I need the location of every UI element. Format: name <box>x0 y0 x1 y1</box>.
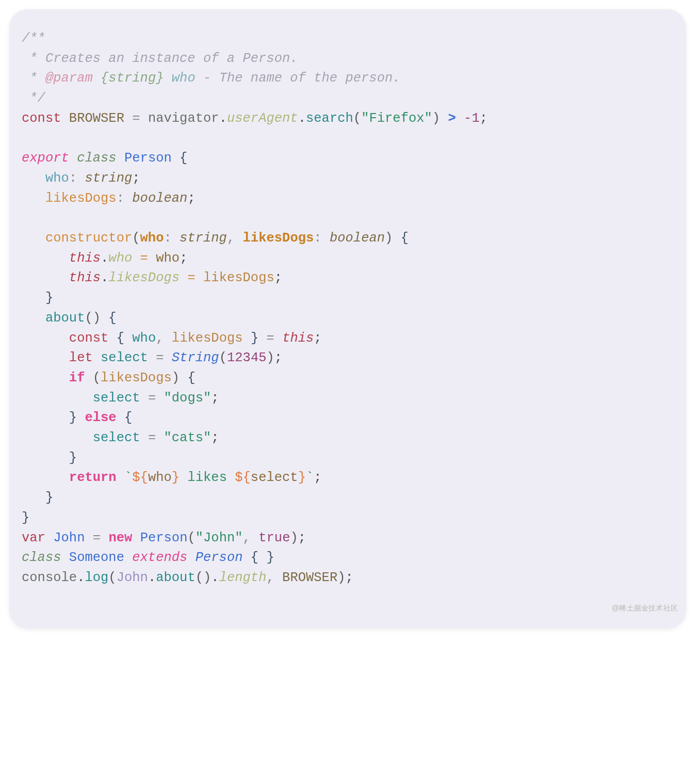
brace: } <box>69 451 77 465</box>
indent <box>22 171 45 186</box>
brace: { <box>251 550 258 565</box>
space <box>164 331 172 346</box>
keyword-return: return <box>69 470 117 485</box>
comma: , <box>266 570 274 585</box>
keyword-new: new <box>108 531 132 545</box>
const-name: BROWSER <box>69 111 124 126</box>
brace: } <box>266 550 274 565</box>
semicolon: ; <box>314 470 321 485</box>
keyword-const: const <box>69 331 109 346</box>
indent <box>22 410 69 425</box>
type: string <box>85 171 132 186</box>
brace: { <box>108 311 116 326</box>
space <box>258 331 266 346</box>
comma: , <box>156 331 164 346</box>
indent <box>22 391 93 406</box>
equals: = <box>156 350 164 365</box>
brace: { <box>180 151 187 166</box>
indent <box>22 490 45 505</box>
ident: John <box>53 531 85 545</box>
class-ref: Person <box>140 531 188 545</box>
code-line: */ <box>22 91 45 106</box>
space <box>164 71 171 86</box>
space <box>61 550 69 565</box>
equals: = <box>93 531 101 545</box>
colon: : <box>164 231 171 246</box>
space <box>156 430 164 445</box>
dot: . <box>101 251 108 266</box>
space <box>274 570 282 585</box>
keyword-if: if <box>69 371 85 386</box>
keyword-var: var <box>22 531 45 545</box>
keyword-let: let <box>69 350 93 365</box>
semicolon: ; <box>274 270 282 285</box>
comment-text: * <box>22 71 45 86</box>
watermark: @稀土掘金技术社区 <box>612 604 678 613</box>
semicolon: ; <box>298 531 306 545</box>
type: string <box>180 231 227 246</box>
space <box>456 111 464 126</box>
class-name: Someone <box>69 550 124 565</box>
space <box>69 151 77 166</box>
interp-close: } <box>172 470 180 485</box>
code-line: /** <box>22 31 45 46</box>
keyword-const: const <box>22 111 61 126</box>
indent <box>22 191 45 206</box>
space <box>45 531 53 545</box>
property: who <box>108 251 132 266</box>
paren: ( <box>353 111 361 126</box>
minus: - <box>464 111 471 126</box>
brace: { <box>117 331 124 346</box>
paren: ) <box>432 111 440 126</box>
semicolon: ; <box>180 251 187 266</box>
ident: likesDogs <box>203 270 274 285</box>
space <box>251 531 258 545</box>
semicolon: ; <box>274 350 282 365</box>
paren: ( <box>108 570 116 585</box>
keyword-export: export <box>22 151 69 166</box>
member: likesDogs <box>45 191 117 206</box>
ident: who <box>156 251 180 266</box>
dot: . <box>148 570 156 585</box>
equals: = <box>267 331 274 346</box>
space <box>196 270 203 285</box>
space <box>124 191 132 206</box>
space <box>77 410 85 425</box>
code-line: * Creates an instance of a Person. <box>22 51 298 66</box>
indent <box>22 451 69 465</box>
param: who <box>140 231 164 246</box>
brace: { <box>187 371 195 386</box>
colon: : <box>69 171 77 186</box>
ident: likesDogs <box>172 331 243 346</box>
brace: } <box>69 410 77 425</box>
equals: = <box>140 251 148 266</box>
space <box>243 331 251 346</box>
string: "Firefox" <box>361 111 432 126</box>
paren: ( <box>132 231 140 246</box>
space <box>77 171 85 186</box>
brace: } <box>22 510 29 525</box>
ident: console <box>22 570 77 585</box>
class-ref: Person <box>196 550 243 565</box>
number: 1 <box>471 111 479 126</box>
template-text: likes <box>180 470 235 485</box>
semicolon: ; <box>187 191 195 206</box>
indent <box>22 291 45 306</box>
indent <box>22 470 69 485</box>
code-block: /** * Creates an instance of a Person. *… <box>22 29 674 588</box>
method: search <box>306 111 353 126</box>
method: about <box>156 570 196 585</box>
const-name: BROWSER <box>282 570 337 585</box>
this: this <box>69 270 101 285</box>
keyword-class: class <box>77 151 117 166</box>
interp-open: ${ <box>132 470 148 485</box>
indent <box>22 371 69 386</box>
method: about <box>45 311 85 326</box>
indent <box>22 350 69 365</box>
space <box>140 430 148 445</box>
comma: , <box>243 531 251 545</box>
comment-text: - The name of the person. <box>196 71 401 86</box>
space <box>393 231 400 246</box>
equals: = <box>148 430 156 445</box>
this: this <box>69 251 101 266</box>
